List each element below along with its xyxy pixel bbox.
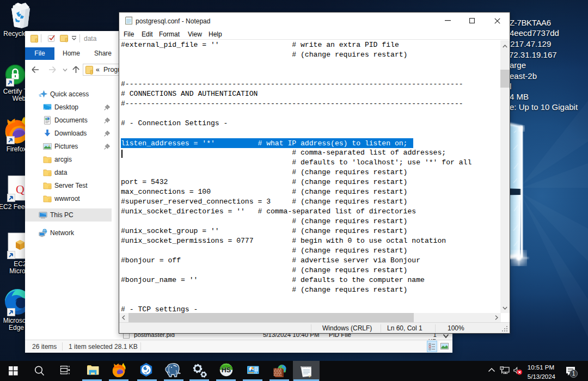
svg-text:10:51 PM: 10:51 PM — [528, 364, 554, 371]
svg-text:Q: Q — [16, 182, 24, 196]
svg-text:1: 1 — [572, 371, 575, 377]
svg-text:5/13/2024: 5/13/2024 — [528, 373, 556, 380]
svg-text:HS: HS — [222, 366, 231, 374]
